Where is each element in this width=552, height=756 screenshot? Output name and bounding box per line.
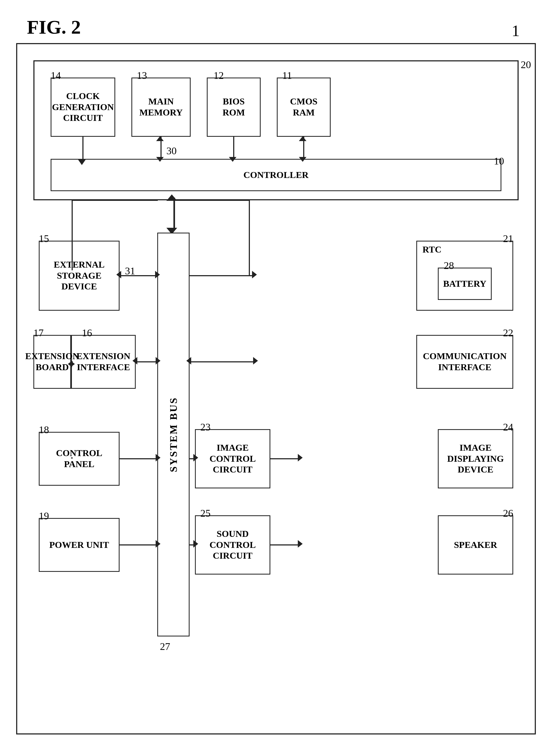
arrowhead-img-disp-right <box>298 454 303 461</box>
arrow-img-disp-line <box>270 458 300 459</box>
arrowhead-spk-right <box>298 540 303 548</box>
arrowhead-cmos-up <box>299 136 306 141</box>
control-panel: CONTROL PANEL <box>39 432 120 486</box>
arrow-cp-bus-line <box>120 458 158 459</box>
extension-board: EXTENSION BOARD <box>33 335 71 389</box>
arrow-bios-ctrl <box>233 137 234 158</box>
sound-control-circuit: SOUND CONTROL CIRCUIT <box>195 515 270 575</box>
arrowhead-comm-right <box>253 357 258 364</box>
arrowhead-clock-ctrl <box>78 160 86 165</box>
extension-interface: EXTENSION INTERFACE <box>71 335 136 389</box>
arrow-bus-rtc-line <box>189 275 254 276</box>
ref-28: 28 <box>444 260 454 271</box>
arrow-exti-bus-line <box>136 361 158 362</box>
ref-21: 21 <box>503 233 513 245</box>
ref-22: 22 <box>503 327 513 339</box>
arrowhead-comm-left <box>186 357 191 364</box>
arrowhead-cp-right <box>156 454 160 461</box>
speaker: SPEAKER <box>438 515 513 575</box>
ref-27: 27 <box>160 640 170 652</box>
ref-16: 16 <box>82 327 92 339</box>
arrowhead-mem-up <box>156 136 164 141</box>
image-displaying-device: IMAGE DISPLAYING DEVICE <box>438 429 513 488</box>
clock-generation-circuit: CLOCK GENERATION CIRCUIT <box>51 78 115 137</box>
arrowhead-bios-ctrl <box>229 157 237 162</box>
page-title: FIG. 2 <box>27 16 81 38</box>
arrowhead-ext-right <box>155 271 160 278</box>
ref-20: 20 <box>521 59 531 70</box>
cp-connect-stub <box>71 457 73 458</box>
arrow-pu-bus-line <box>120 545 158 546</box>
communication-interface: COMMUNICATION INTERFACE <box>416 335 513 389</box>
arrow-bus-comm-line <box>189 361 255 362</box>
arrowhead-cmos-down <box>299 157 306 162</box>
ref-26: 26 <box>503 507 513 519</box>
line-ctrl-rtc-h <box>173 200 250 201</box>
ref-10: 10 <box>494 155 504 167</box>
page-number: 1 <box>512 21 520 40</box>
line-ctrl-ext-v <box>72 200 73 270</box>
image-control-circuit: IMAGE CONTROL CIRCUIT <box>195 429 270 488</box>
arrowhead-snd-right <box>193 540 198 548</box>
arrow-ctrl-bus-line <box>173 198 175 230</box>
ref-23: 23 <box>200 421 211 433</box>
arrow-snd-spk-line <box>270 545 300 546</box>
battery: BATTERY <box>438 268 492 300</box>
ref-19: 19 <box>39 510 49 522</box>
ref-17: 17 <box>33 327 44 339</box>
ref-18: 18 <box>39 424 49 436</box>
ref-12: 12 <box>214 69 224 81</box>
rtc: RTC BATTERY <box>416 241 513 311</box>
arrow-clock-ctrl <box>83 137 84 161</box>
arrowhead-rtc-right <box>252 271 257 278</box>
ref-24: 24 <box>503 421 513 433</box>
ref-15: 15 <box>39 233 49 245</box>
ref-14: 14 <box>51 69 61 81</box>
ref-25: 25 <box>200 507 211 519</box>
system-bus: SYSTEM BUS <box>157 233 189 636</box>
ref-30: 30 <box>166 145 177 157</box>
main-border: 20 CLOCK GENERATION CIRCUIT 14 MAIN MEMO… <box>16 43 536 735</box>
ref-13: 13 <box>137 69 147 81</box>
ref-31: 31 <box>125 265 135 277</box>
ref-11: 11 <box>282 69 292 81</box>
line-ctrl-rtc-v <box>249 200 250 275</box>
arrowhead-mem-down <box>156 157 164 162</box>
external-storage-device: EXTERNAL STORAGE DEVICE <box>39 241 120 311</box>
line-ctrl-h <box>72 200 158 201</box>
arrowhead-exti-right <box>156 357 160 364</box>
controller: CONTROLLER <box>51 159 501 191</box>
bios-rom: BIOS ROM <box>207 78 261 137</box>
arrowhead-img-right <box>193 454 198 461</box>
power-unit: POWER UNIT <box>39 518 120 572</box>
cmos-ram: CMOS RAM <box>277 78 331 137</box>
main-memory: MAIN MEMORY <box>131 78 191 137</box>
arrowhead-pu-right <box>156 540 160 548</box>
arrowhead-exti-left <box>132 357 137 364</box>
arrowhead-extb-right <box>71 361 75 367</box>
system-board: 20 CLOCK GENERATION CIRCUIT 14 MAIN MEMO… <box>33 60 519 200</box>
arrowhead-ext-left <box>116 271 121 278</box>
